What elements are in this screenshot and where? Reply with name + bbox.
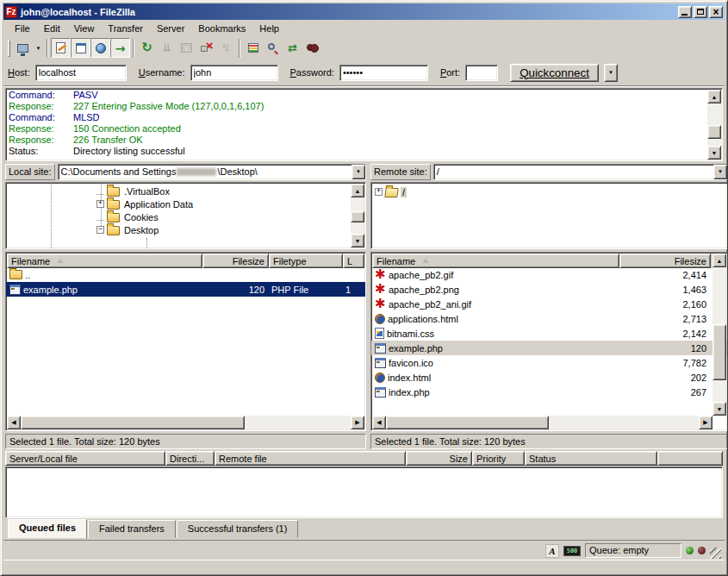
scroll-thumb[interactable]: [21, 416, 245, 429]
toggle-local-tree-button[interactable]: [71, 38, 90, 58]
toolbar-grip[interactable]: [8, 40, 10, 57]
log-scrollbar[interactable]: [707, 90, 721, 160]
toolbar: [3, 36, 725, 59]
file-row[interactable]: apache_pb2_ani.gif2,160: [371, 297, 727, 311]
close-button[interactable]: [709, 6, 723, 18]
scroll-thumb[interactable]: [707, 125, 721, 139]
local-hscrollbar[interactable]: [7, 416, 364, 429]
column-header-filetype[interactable]: Filetype: [269, 254, 343, 268]
scroll-up-icon[interactable]: [712, 254, 726, 267]
title-bar[interactable]: Fz john@localhost - FileZilla: [3, 3, 725, 20]
column-header-filesize[interactable]: Filesize: [202, 254, 269, 268]
username-input[interactable]: [190, 65, 278, 81]
tab-successful-transfers[interactable]: Successful transfers (1): [177, 520, 299, 538]
resize-grip[interactable]: [710, 548, 721, 559]
file-row[interactable]: applications.html2,713: [371, 311, 727, 326]
scroll-up-icon[interactable]: [707, 90, 721, 103]
host-input[interactable]: [35, 65, 127, 81]
file-row-selected[interactable]: example.php120: [371, 341, 727, 355]
column-header-direction[interactable]: Directi...: [165, 451, 215, 466]
scroll-up-icon[interactable]: [351, 184, 364, 197]
tree-item[interactable]: .VirtualBox: [96, 185, 171, 197]
quickconnect-button[interactable]: Quickconnect: [510, 64, 599, 82]
scroll-down-icon[interactable]: [351, 234, 364, 247]
local-site-combo[interactable]: C:\Documents and Settings\Desktop\: [58, 164, 366, 180]
menu-file[interactable]: File: [9, 22, 36, 35]
tab-failed-transfers[interactable]: Failed transfers: [88, 520, 176, 538]
expand-icon[interactable]: [96, 200, 104, 208]
port-input[interactable]: [465, 65, 498, 81]
tab-queued-files[interactable]: Queued files: [8, 519, 87, 539]
file-row-selected[interactable]: example.php 120 PHP File 1: [6, 282, 365, 297]
tree-item[interactable]: /: [375, 185, 407, 198]
process-queue-button[interactable]: [157, 38, 177, 58]
menu-server[interactable]: Server: [151, 22, 190, 35]
scroll-down-icon[interactable]: [707, 146, 721, 160]
remote-site-combo[interactable]: /: [433, 164, 728, 180]
disconnect-button[interactable]: [196, 38, 216, 58]
column-header-last-modified[interactable]: L: [343, 254, 364, 268]
file-row[interactable]: index.html202: [371, 370, 727, 385]
synchronized-browsing-button[interactable]: [283, 38, 302, 58]
refresh-button[interactable]: [137, 38, 157, 58]
scroll-right-icon[interactable]: [351, 416, 364, 429]
column-header-filesize[interactable]: Filesize: [619, 254, 711, 268]
transfer-type-indicator-icon[interactable]: A: [545, 544, 559, 558]
file-row[interactable]: favicon.ico7,782: [371, 355, 727, 370]
toggle-queue-button[interactable]: [110, 38, 130, 58]
speed-limit-indicator-icon[interactable]: 500: [563, 546, 581, 556]
scroll-left-icon[interactable]: [7, 416, 21, 429]
tree-item[interactable]: Cookies: [96, 210, 160, 223]
menu-view[interactable]: View: [68, 22, 101, 35]
quickconnect-dropdown[interactable]: [604, 64, 618, 82]
maximize-button[interactable]: [694, 6, 707, 18]
scroll-thumb[interactable]: [712, 324, 726, 381]
menu-bookmarks[interactable]: Bookmarks: [192, 22, 252, 35]
filter-button[interactable]: [243, 38, 263, 58]
menu-transfer[interactable]: Transfer: [102, 22, 149, 35]
password-input[interactable]: [339, 65, 428, 81]
column-header-status[interactable]: Status: [525, 451, 657, 466]
find-files-button[interactable]: [302, 38, 322, 58]
cancel-operation-button[interactable]: [177, 38, 196, 58]
column-header-filename[interactable]: Filename: [372, 254, 619, 268]
site-manager-dropdown[interactable]: [33, 38, 44, 58]
toggle-remote-tree-button[interactable]: [90, 38, 110, 58]
scroll-left-icon[interactable]: [372, 416, 386, 429]
file-row[interactable]: apache_pb2.gif2,414: [371, 267, 727, 282]
column-header-priority[interactable]: Priority: [472, 451, 525, 466]
filezilla-logo-icon: Fz: [5, 6, 17, 18]
remote-vscrollbar[interactable]: [712, 254, 726, 416]
scroll-thumb[interactable]: [386, 416, 549, 429]
column-header-size[interactable]: Size: [406, 451, 472, 466]
compare-directories-button[interactable]: [263, 38, 283, 58]
toggle-message-log-button[interactable]: [51, 38, 71, 58]
remote-site-dropdown[interactable]: [713, 165, 727, 179]
menu-edit[interactable]: Edit: [38, 22, 66, 35]
column-header-remote-file[interactable]: Remote file: [215, 451, 406, 466]
menu-help[interactable]: Help: [253, 22, 285, 35]
expand-icon[interactable]: [375, 188, 383, 196]
file-row[interactable]: index.php267: [371, 385, 727, 399]
reconnect-button[interactable]: [216, 38, 236, 58]
column-header-server-local-file[interactable]: Server/Local file: [5, 451, 165, 466]
collapse-icon[interactable]: [96, 226, 104, 234]
message-log-icon: [56, 42, 65, 53]
minimize-button[interactable]: [678, 6, 692, 18]
remote-hscrollbar[interactable]: [372, 416, 712, 429]
tree-item[interactable]: Application Data: [96, 197, 195, 210]
html-file-icon: [375, 314, 385, 324]
file-row[interactable]: bitnami.css2,142: [371, 326, 727, 341]
scroll-down-icon[interactable]: [712, 402, 726, 416]
tree-item[interactable]: Desktop: [96, 223, 160, 236]
scroll-thumb[interactable]: [351, 211, 364, 222]
queue-list[interactable]: [5, 466, 723, 518]
site-manager-button[interactable]: [13, 38, 33, 58]
folder-icon: [107, 213, 120, 222]
scroll-right-icon[interactable]: [699, 416, 712, 429]
file-row[interactable]: ..: [6, 267, 365, 282]
local-tree-scrollbar[interactable]: [351, 184, 364, 247]
column-header-filename[interactable]: Filename: [7, 254, 202, 268]
file-row[interactable]: apache_pb2.png1,463: [371, 282, 727, 297]
local-site-dropdown[interactable]: [352, 165, 365, 179]
